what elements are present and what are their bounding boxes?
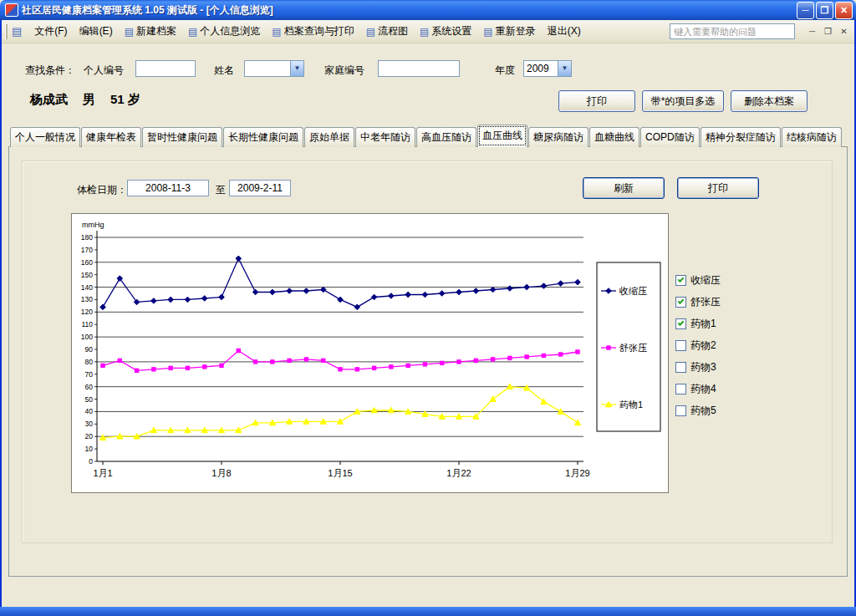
checkbox-row-5[interactable]: 药物4	[675, 378, 721, 400]
name-label: 姓名	[214, 64, 234, 78]
tab-3[interactable]: 长期性健康问题	[223, 127, 303, 147]
multi-select-button[interactable]: 带*的项目多选	[642, 90, 724, 112]
svg-text:1月8: 1月8	[211, 468, 231, 478]
menu-item-5[interactable]: ▤流程图	[360, 21, 414, 42]
checkbox-row-3[interactable]: 药物2	[675, 334, 721, 356]
menu-item-label: 流程图	[378, 24, 408, 38]
checkbox-6[interactable]	[675, 405, 686, 416]
checkbox-row-1[interactable]: 舒张压	[675, 291, 721, 313]
mdi-minimize-icon[interactable]: ─	[805, 25, 819, 38]
tab-7[interactable]: 血压曲线	[477, 125, 527, 147]
chart-print-button[interactable]: 打印	[677, 177, 759, 199]
tab-2[interactable]: 暂时性健康问题	[142, 127, 222, 147]
menu-item-4[interactable]: ▤档案查询与打印	[266, 21, 359, 42]
menu-item-8[interactable]: 退出(X)	[542, 21, 587, 42]
tab-6[interactable]: 高血压随访	[416, 127, 476, 147]
menu-item-label: 文件(F)	[34, 24, 67, 38]
menu-item-label: 重新登录	[496, 24, 536, 38]
tab-5[interactable]: 中老年随访	[355, 127, 415, 147]
flowchart-icon: ▤	[366, 26, 375, 38]
mdi-restore-icon[interactable]: ❐	[821, 25, 835, 38]
svg-text:舒张压: 舒张压	[619, 343, 647, 353]
menu-item-6[interactable]: ▤系统设置	[414, 21, 477, 42]
menu-item-label: 档案查询与打印	[284, 24, 354, 38]
maximize-button[interactable]: ❐	[816, 2, 833, 19]
checkbox-5[interactable]	[675, 384, 686, 395]
family-id-input[interactable]	[378, 60, 460, 77]
menu-item-1[interactable]: 编辑(E)	[74, 21, 119, 42]
series-checkbox-column: 收缩压舒张压药物1药物2药物3药物4药物5	[675, 269, 721, 421]
date-to-label: 至	[216, 183, 226, 197]
year-label: 年度	[495, 64, 515, 78]
menu-items: 文件(F)编辑(E)▤新建档案▤个人信息浏览▤档案查询与打印▤流程图▤系统设置▤…	[28, 21, 670, 42]
relogin-icon: ▤	[483, 26, 492, 38]
year-combo[interactable]: 2009 ▼	[523, 60, 572, 77]
menu-item-0[interactable]: 文件(F)	[28, 21, 73, 42]
tab-10[interactable]: COPD随访	[640, 127, 700, 147]
toolbar-grip-icon[interactable]	[5, 24, 8, 39]
menu-item-7[interactable]: ▤重新登录	[477, 21, 541, 42]
taskbar-strip	[0, 607, 856, 616]
svg-text:1月29: 1月29	[565, 468, 589, 478]
app-icon	[5, 3, 18, 17]
minimize-button[interactable]: ─	[797, 2, 814, 19]
patient-name: 杨成武	[30, 92, 68, 108]
svg-text:140: 140	[81, 283, 93, 292]
tab-4[interactable]: 原始单据	[304, 127, 354, 147]
checkbox-row-0[interactable]: 收缩压	[675, 269, 721, 291]
checkbox-label: 药物3	[690, 360, 716, 374]
date-from-input[interactable]	[127, 180, 209, 196]
bp-chart-box: 0102030405060708090100110120130140150160…	[71, 213, 669, 493]
menu-item-2[interactable]: ▤新建档案	[119, 21, 182, 42]
tab-8[interactable]: 糖尿病随访	[528, 127, 588, 147]
menu-item-label: 个人信息浏览	[200, 24, 260, 38]
svg-text:收缩压: 收缩压	[619, 286, 647, 296]
tab-9[interactable]: 血糖曲线	[589, 127, 639, 147]
name-combo[interactable]: ▼	[244, 60, 304, 77]
bp-chart-svg: 0102030405060708090100110120130140150160…	[72, 214, 670, 494]
chevron-down-icon[interactable]: ▼	[290, 61, 303, 76]
person-id-input[interactable]	[135, 60, 196, 77]
svg-text:mmHg: mmHg	[82, 221, 104, 229]
tab-1[interactable]: 健康年检表	[81, 127, 141, 147]
svg-text:170: 170	[81, 246, 93, 254]
checkbox-4[interactable]	[675, 362, 686, 373]
print-record-button[interactable]: 打印	[558, 90, 635, 112]
menu-item-label: 系统设置	[431, 24, 471, 38]
delete-record-button[interactable]: 删除本档案	[731, 90, 808, 112]
tab-strip: 个人一般情况健康年检表暂时性健康问题长期性健康问题原始单据中老年随访高血压随访血…	[10, 125, 843, 147]
checkbox-row-4[interactable]: 药物3	[675, 356, 721, 378]
svg-text:90: 90	[85, 345, 94, 354]
family-id-label: 家庭编号	[324, 64, 364, 78]
mdi-close-icon[interactable]: ✕	[837, 25, 851, 38]
new-file-icon: ▤	[125, 26, 134, 38]
close-button[interactable]: ✕	[835, 2, 853, 19]
checkbox-label: 药物1	[690, 317, 716, 331]
svg-text:80: 80	[85, 358, 94, 366]
exam-date-label: 体检日期：	[77, 183, 127, 197]
checkbox-2[interactable]	[675, 318, 686, 329]
menu-item-label: 新建档案	[136, 24, 176, 38]
patient-summary: 杨成武 男 51 岁	[30, 92, 140, 108]
refresh-button[interactable]: 刷新	[583, 177, 665, 199]
date-to-input[interactable]	[229, 180, 291, 196]
check-mark-icon	[678, 319, 685, 326]
chevron-down-icon[interactable]: ▼	[558, 61, 571, 76]
window-border-left	[0, 20, 2, 607]
checkbox-1[interactable]	[675, 297, 686, 308]
menu-grid-icon[interactable]: ▤	[12, 25, 22, 38]
svg-text:10: 10	[85, 445, 94, 453]
tab-11[interactable]: 精神分裂症随访	[701, 127, 781, 147]
checkbox-row-6[interactable]: 药物5	[675, 400, 721, 421]
patient-gender: 男	[83, 92, 95, 108]
checkbox-3[interactable]	[675, 340, 686, 351]
tab-0[interactable]: 个人一般情况	[10, 127, 80, 147]
checkbox-row-2[interactable]: 药物1	[675, 313, 721, 334]
checkbox-label: 药物2	[690, 339, 716, 353]
window-controls: ─ ❐ ✕	[797, 2, 853, 19]
menu-item-3[interactable]: ▤个人信息浏览	[182, 21, 266, 42]
svg-text:110: 110	[81, 320, 93, 328]
tab-12[interactable]: 结核病随访	[782, 127, 842, 147]
help-search-input[interactable]	[670, 23, 795, 39]
checkbox-0[interactable]	[675, 275, 686, 286]
